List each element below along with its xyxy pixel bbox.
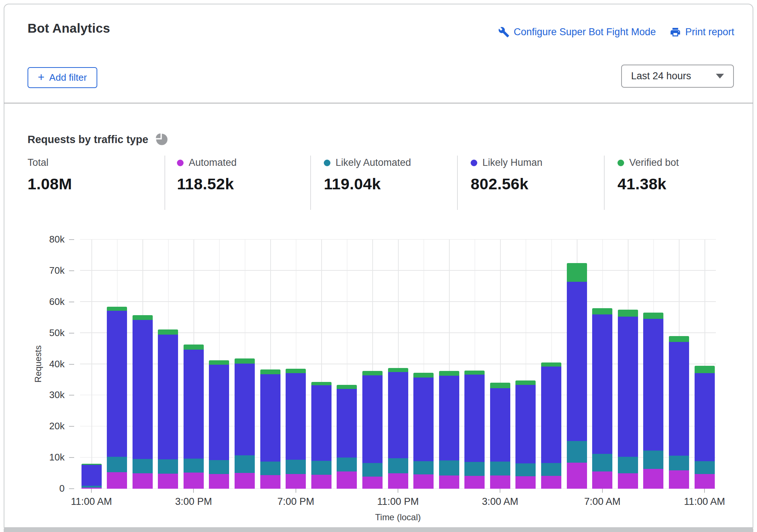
header-divider: [4, 103, 753, 103]
y-tick-mark: [69, 488, 74, 489]
x-tick-label: 11:00 AM: [71, 496, 112, 507]
segment-automated: [311, 475, 332, 489]
segment-likely-human: [311, 385, 332, 461]
x-tick-mark: [704, 489, 705, 493]
segment-verified-bot: [235, 358, 255, 364]
stat-likely-automated-label: Likely Automated: [336, 157, 411, 168]
horizontal-gridline: [80, 239, 716, 240]
segment-automated: [107, 472, 127, 489]
segment-automated: [541, 476, 561, 489]
automated-legend-dot: [177, 160, 184, 166]
segment-automated: [388, 473, 408, 489]
segment-likely-human: [515, 385, 536, 464]
vertical-gridline: [91, 240, 92, 489]
segment-automated: [337, 471, 357, 489]
segment-likely-human: [337, 389, 357, 458]
stat-divider: [457, 156, 458, 210]
y-tick-mark: [69, 270, 74, 271]
segment-likely-human: [158, 335, 178, 459]
segment-likely-human: [695, 373, 715, 461]
requests-by-traffic-type-chart: [80, 240, 716, 489]
segment-likely-automated: [311, 461, 332, 474]
y-tick-mark: [69, 302, 74, 302]
wrench-icon: [498, 26, 510, 38]
bar-11-00-am: [695, 366, 715, 489]
segment-likely-human: [490, 388, 510, 462]
segment-likely-human: [209, 365, 229, 460]
segment-verified-bot: [362, 371, 383, 375]
configure-link-label: Configure Super Bot Fight Mode: [514, 26, 656, 38]
bar-11-00-am: [82, 464, 102, 489]
segment-automated: [133, 473, 153, 489]
segment-likely-human: [541, 367, 561, 463]
segment-verified-bot: [209, 360, 229, 365]
likely-human-legend-dot: [471, 160, 477, 166]
x-tick-mark: [398, 489, 398, 493]
stat-automated[interactable]: Automated 118.52k: [177, 157, 237, 193]
segment-verified-bot: [464, 371, 485, 375]
segment-verified-bot: [618, 310, 638, 317]
segment-verified-bot: [107, 307, 127, 311]
bar-4-00-am: [515, 380, 536, 489]
configure-super-bot-fight-mode-link[interactable]: Configure Super Bot Fight Mode: [498, 26, 656, 38]
segment-likely-human: [567, 282, 587, 441]
segment-verified-bot: [184, 345, 204, 350]
stat-likely-human[interactable]: Likely Human 802.56k: [471, 157, 543, 193]
segment-likely-automated: [490, 462, 510, 475]
y-tick-label: 70k: [22, 265, 65, 276]
bar-1-00-pm: [133, 315, 153, 489]
segment-likely-human: [669, 342, 689, 456]
segment-verified-bot: [260, 369, 280, 374]
bar-4-00-pm: [209, 360, 229, 489]
stat-likely-automated[interactable]: Likely Automated 119.04k: [324, 157, 411, 193]
stat-divider: [310, 156, 311, 210]
segment-likely-human: [618, 317, 638, 457]
bar-12-00-am: [413, 373, 434, 489]
time-range-select[interactable]: Last 24 hours: [621, 65, 734, 88]
stat-likely-human-value: 802.56k: [471, 175, 543, 193]
bar-2-00-pm: [158, 329, 178, 489]
segment-likely-automated: [413, 461, 434, 474]
bar-3-00-pm: [184, 345, 204, 489]
y-tick-label: 60k: [22, 296, 65, 307]
stat-verified-bot-label: Verified bot: [629, 157, 679, 168]
segment-likely-automated: [515, 463, 536, 476]
segment-automated: [413, 474, 434, 489]
segment-verified-bot: [515, 380, 536, 385]
bar-5-00-pm: [235, 358, 255, 489]
x-tick-label: 7:00 PM: [277, 496, 314, 507]
segment-automated: [490, 475, 510, 489]
y-tick-mark: [69, 364, 74, 365]
segment-likely-human: [439, 376, 459, 460]
print-report-link[interactable]: Print report: [670, 26, 734, 38]
segment-likely-human: [413, 378, 434, 461]
chevron-down-icon: [716, 74, 724, 79]
bar-6-00-pm: [260, 369, 280, 489]
bar-7-00-am: [592, 308, 612, 489]
segment-likely-automated: [158, 459, 178, 474]
bar-10-00-pm: [362, 371, 383, 489]
segment-likely-automated: [286, 460, 306, 474]
segment-likely-human: [260, 374, 280, 462]
bar-5-00-am: [541, 362, 561, 489]
next-section-edge: [4, 527, 753, 532]
y-tick-mark: [69, 333, 74, 334]
stat-automated-value: 118.52k: [177, 175, 237, 193]
bar-8-00-pm: [311, 382, 332, 489]
stat-verified-bot[interactable]: Verified bot 41.38k: [617, 157, 679, 193]
segment-automated: [209, 474, 229, 489]
segment-likely-human: [286, 373, 306, 460]
segment-likely-human: [82, 465, 102, 486]
y-tick-mark: [69, 457, 74, 458]
add-filter-button[interactable]: + Add filter: [28, 67, 97, 88]
segment-verified-bot: [413, 373, 434, 378]
segment-likely-automated: [388, 458, 408, 474]
x-axis-title: Time (local): [375, 512, 421, 522]
segment-likely-human: [643, 319, 663, 451]
x-tick-mark: [193, 489, 194, 493]
x-tick-label: 11:00 AM: [684, 496, 725, 507]
segment-verified-bot: [541, 362, 561, 367]
segment-automated: [362, 477, 383, 489]
x-tick-label: 7:00 AM: [584, 496, 620, 507]
segment-verified-bot: [695, 366, 715, 373]
